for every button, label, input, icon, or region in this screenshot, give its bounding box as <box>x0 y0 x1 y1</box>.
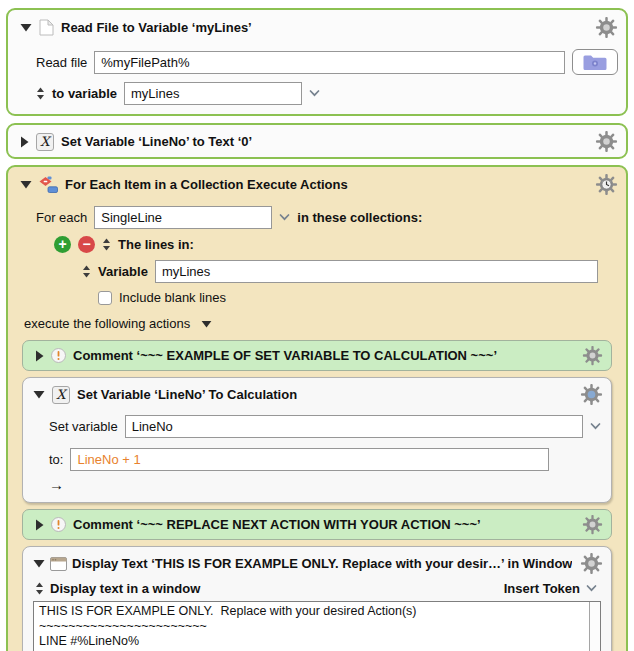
disclosure-triangle[interactable] <box>35 519 44 531</box>
read-file-label: Read file <box>36 55 87 70</box>
triangle-right-icon <box>20 136 29 148</box>
gear-clock-icon <box>595 173 618 196</box>
action-for-each[interactable]: For Each Item in a Collection Execute Ac… <box>6 165 628 651</box>
variable-x-icon <box>36 133 54 151</box>
action-title: Comment ‘~~~ EXAMPLE OF SET VARIABLE TO … <box>73 348 497 363</box>
window-icon <box>50 557 67 571</box>
disclosure-triangle[interactable] <box>20 136 29 148</box>
file-path-input[interactable] <box>94 51 565 74</box>
to-variable-label: to variable <box>52 86 117 101</box>
insert-token-button[interactable]: Insert Token <box>504 581 580 596</box>
to-variable-input[interactable] <box>124 82 302 105</box>
action-title: Comment ‘~~~ REPLACE NEXT ACTION WITH YO… <box>73 517 481 532</box>
textarea-scrollbar[interactable] <box>589 602 600 651</box>
exclamation-icon <box>51 348 66 363</box>
disclosure-triangle[interactable] <box>20 23 32 32</box>
gear-icon <box>582 345 603 366</box>
gear-icon <box>580 552 603 575</box>
gear-icon <box>595 130 618 153</box>
gear-button[interactable] <box>582 514 603 535</box>
to-label: to: <box>49 452 63 467</box>
gear-icon <box>582 514 603 535</box>
triangle-right-icon <box>35 350 44 362</box>
set-variable-label: Set variable <box>49 419 118 434</box>
gear-button[interactable] <box>595 130 618 153</box>
chevron-down-icon[interactable] <box>590 423 601 430</box>
in-collections-label: in these collections: <box>297 210 422 225</box>
disclosure-triangle[interactable] <box>33 390 45 399</box>
variable-name-input[interactable] <box>125 415 583 438</box>
collection-variable-input[interactable] <box>155 260 598 283</box>
action-title: Set Variable ‘LineNo’ to Text ‘0’ <box>61 134 252 149</box>
action-comment-replace[interactable]: Comment ‘~~~ REPLACE NEXT ACTION WITH YO… <box>22 509 612 540</box>
action-header: Read File to Variable ‘myLines’ <box>8 10 626 42</box>
action-set-variable-to-calculation[interactable]: Set Variable ‘LineNo’ To Calculation Set… <box>22 377 612 503</box>
action-display-text[interactable]: Display Text ‘THIS IS FOR EXAMPLE ONLY. … <box>22 546 612 651</box>
execute-actions-label: execute the following actions <box>24 316 190 331</box>
popup-updown-icon[interactable] <box>102 238 111 251</box>
collection-type-label: The lines in: <box>118 237 194 252</box>
triangle-down-icon[interactable] <box>201 320 212 328</box>
action-set-variable-to-text[interactable]: Set Variable ‘LineNo’ to Text ‘0’ <box>6 123 628 159</box>
action-title: For Each Item in a Collection Execute Ac… <box>65 177 348 192</box>
triangle-down-icon <box>20 180 32 189</box>
item-variable-input[interactable] <box>94 206 272 229</box>
exclamation-icon <box>51 517 66 532</box>
result-arrow: → <box>23 476 611 493</box>
gear-button[interactable] <box>595 16 618 39</box>
include-blank-lines-checkbox[interactable] <box>98 291 112 305</box>
choose-file-button[interactable] <box>572 49 618 75</box>
gear-button[interactable] <box>580 383 603 406</box>
disclosure-triangle[interactable] <box>33 559 45 568</box>
triangle-down-icon <box>33 559 45 568</box>
triangle-down-icon <box>33 390 45 399</box>
action-read-file[interactable]: Read File to Variable ‘myLines’ Read fil… <box>6 8 628 116</box>
variable-x-icon <box>52 386 70 404</box>
chevron-down-icon[interactable] <box>309 90 320 97</box>
gear-button[interactable] <box>582 345 603 366</box>
triangle-right-icon <box>35 519 44 531</box>
chevron-down-icon[interactable] <box>279 214 290 221</box>
display-text-content[interactable]: THIS IS FOR EXAMPLE ONLY. Replace with y… <box>34 602 589 651</box>
for-each-label: For each <box>36 210 87 225</box>
remove-collection-button[interactable] <box>78 236 95 253</box>
display-text-field[interactable]: THIS IS FOR EXAMPLE ONLY. Replace with y… <box>33 601 601 651</box>
chevron-down-icon[interactable] <box>586 585 597 592</box>
display-mode-label: Display text in a window <box>50 581 200 596</box>
disclosure-triangle[interactable] <box>20 180 32 189</box>
include-blank-lines-label: Include blank lines <box>119 290 226 305</box>
gear-button[interactable] <box>580 552 603 575</box>
calculation-input[interactable] <box>70 448 549 471</box>
popup-updown-icon[interactable] <box>36 87 45 100</box>
variable-label: Variable <box>98 264 148 279</box>
action-title: Read File to Variable ‘myLines’ <box>61 20 252 35</box>
disclosure-triangle[interactable] <box>35 350 44 362</box>
action-title: Set Variable ‘LineNo’ To Calculation <box>77 387 297 402</box>
folder-icon <box>582 53 608 71</box>
action-comment-example[interactable]: Comment ‘~~~ EXAMPLE OF SET VARIABLE TO … <box>22 340 612 371</box>
document-icon <box>39 19 54 36</box>
gear-button[interactable] <box>595 173 618 196</box>
popup-updown-icon[interactable] <box>82 265 91 278</box>
add-collection-button[interactable] <box>54 236 71 253</box>
flowchart-icon <box>39 176 58 193</box>
action-title: Display Text ‘THIS IS FOR EXAMPLE ONLY. … <box>72 556 572 571</box>
gear-icon <box>595 16 618 39</box>
gear-blue-icon <box>580 383 603 406</box>
triangle-down-icon <box>20 23 32 32</box>
popup-updown-icon[interactable] <box>35 582 44 595</box>
